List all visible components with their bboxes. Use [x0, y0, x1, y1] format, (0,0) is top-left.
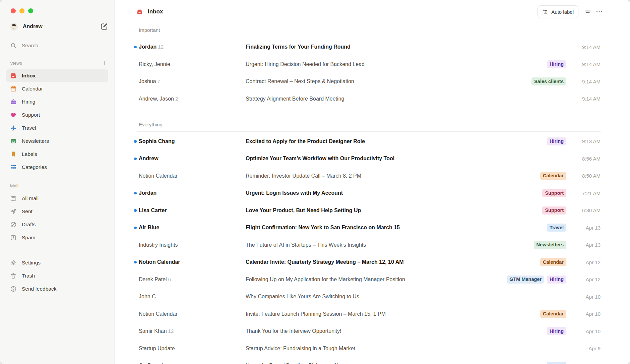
sidebar-item-spam[interactable]: Spam: [6, 231, 108, 244]
search-label: Search: [22, 43, 38, 49]
compose-button[interactable]: [100, 22, 108, 31]
sidebar-item-sent[interactable]: Sent: [6, 205, 108, 218]
email-sender: Andrew, Jason2: [139, 96, 246, 102]
label-badge[interactable]: GTM Manager: [507, 276, 544, 284]
email-row[interactable]: Lisa CarterLove Your Product, But Need H…: [134, 202, 601, 219]
sidebar: Andrew Search Views: [0, 0, 115, 364]
sidebar-item-all-mail[interactable]: All mail: [6, 192, 108, 205]
label-badge[interactable]: Hiring: [547, 327, 566, 335]
sidebar-item-send-feedback[interactable]: Send feedback: [6, 283, 108, 295]
sidebar-item-calendar[interactable]: Calendar: [6, 82, 108, 95]
email-row[interactable]: Derek Patel6Following Up on My Applicati…: [134, 271, 601, 288]
email-row[interactable]: Startup UpdateStartup Advice: Fundraisin…: [134, 340, 601, 357]
label-badge[interactable]: Hiring: [547, 276, 566, 284]
user-name: Andrew: [23, 23, 100, 29]
email-subject: Thank You for the Interview Opportunity!: [246, 328, 542, 334]
section-rows: Jordan12Finalizing Terms for Your Fundin…: [134, 37, 601, 108]
label-badge[interactable]: Sales clients: [531, 77, 566, 85]
email-sender: Notion Calendar: [139, 311, 246, 317]
sidebar-item-newsletters[interactable]: Newsletters: [6, 135, 108, 147]
zoom-button[interactable]: [28, 8, 33, 13]
email-row[interactable]: JordanUrgent: Login Issues with My Accou…: [134, 185, 601, 202]
email-row[interactable]: Ricky, JennieUrgent: Hiring Decision Nee…: [134, 56, 601, 73]
sidebar-item-drafts[interactable]: Drafts: [6, 218, 108, 231]
email-time: 7:21 AM: [572, 190, 601, 196]
unread-dot: [134, 192, 139, 195]
search-button[interactable]: Search: [6, 40, 108, 51]
email-sender: Notion Calendar: [139, 173, 246, 179]
add-view-button[interactable]: [101, 60, 108, 66]
email-time: Apr 12: [572, 277, 601, 282]
email-sender: John C: [139, 294, 246, 300]
sidebar-item-label: Settings: [22, 260, 41, 266]
label-badge[interactable]: Calendar: [540, 172, 566, 180]
label-badge[interactable]: Calendar: [540, 310, 566, 318]
email-row[interactable]: Notion CalendarReminder: Investor Update…: [134, 167, 601, 185]
email-row[interactable]: Jordan12Finalizing Terms for Your Fundin…: [134, 39, 601, 56]
mail-section-label: Mail: [10, 183, 108, 188]
label-badge[interactable]: Support: [542, 189, 566, 197]
close-button[interactable]: [11, 8, 16, 13]
email-row[interactable]: Sophia ChangExcited to Apply for the Pro…: [134, 133, 601, 150]
label-badge[interactable]: Support: [542, 206, 566, 215]
newspaper-icon: [10, 138, 17, 144]
label-badge[interactable]: Travel: [547, 362, 566, 364]
email-subject: Urgent: Hiring Decision Needed for Backe…: [246, 61, 542, 67]
email-subject: Urgent: Login Issues with My Account: [246, 190, 537, 196]
unread-dot: [134, 158, 139, 160]
label-badge[interactable]: Calendar: [540, 258, 566, 266]
email-list: ImportantJordan12Finalizing Terms for Yo…: [115, 27, 630, 364]
sidebar-item-categories[interactable]: Categories: [6, 161, 108, 174]
sidebar-item-hiring[interactable]: Hiring: [6, 96, 108, 108]
badge-group: Hiring: [547, 137, 566, 145]
auto-label-button[interactable]: Auto label: [538, 5, 578, 18]
email-row[interactable]: Joshua7Contract Renewal – Next Steps & N…: [134, 73, 601, 90]
email-row[interactable]: Andrew, Jason2Strategy Alignment Before …: [134, 90, 601, 108]
label-badge[interactable]: Hiring: [547, 137, 566, 145]
badge-group: Sales clients: [531, 77, 566, 85]
sidebar-item-inbox[interactable]: Inbox: [6, 69, 108, 82]
label-badge[interactable]: Hiring: [547, 60, 566, 68]
views-section-header: Views: [6, 60, 108, 66]
email-subject: Love Your Product, But Need Help Setting…: [246, 207, 537, 214]
filter-button[interactable]: [584, 8, 592, 16]
account-switcher[interactable]: Andrew: [6, 21, 108, 32]
sidebar-item-labels[interactable]: Labels: [6, 148, 108, 161]
sidebar-item-label: Categories: [22, 164, 47, 170]
email-row[interactable]: Samir Khan12Thank You for the Interview …: [134, 323, 601, 340]
email-row[interactable]: Notion CalendarInvite: Feature Launch Pl…: [134, 305, 601, 323]
sidebar-item-support[interactable]: Support: [6, 109, 108, 121]
badge-group: GTM ManagerHiring: [507, 276, 566, 284]
email-sender: Sophia Chang: [139, 138, 246, 144]
sidebar-item-settings[interactable]: Settings: [6, 256, 108, 269]
email-time: 6:30 AM: [572, 207, 601, 213]
views-section-label: Views: [10, 61, 101, 66]
email-time: Apr 13: [572, 242, 601, 248]
calendar-icon: [10, 85, 17, 92]
more-options-button[interactable]: [595, 8, 603, 16]
email-time: 9:14 AM: [572, 44, 601, 50]
email-row[interactable]: Notion CalendarCalendar Invite: Quarterl…: [134, 254, 601, 271]
gear-icon: [10, 259, 17, 266]
email-row[interactable]: AndrewOptimize Your Team’s Workflow with…: [134, 150, 601, 168]
label-badge[interactable]: Newsletters: [534, 241, 566, 249]
sidebar-item-trash[interactable]: Trash: [6, 269, 108, 282]
email-row[interactable]: Air BlueFlight Confirmation: New York to…: [134, 219, 601, 237]
sidebar-item-travel[interactable]: Travel: [6, 122, 108, 134]
label-badge[interactable]: Travel: [547, 224, 566, 232]
thread-count: 12: [168, 328, 174, 334]
email-row[interactable]: Industry InsightsThe Future of AI in Sta…: [134, 236, 601, 254]
email-row[interactable]: John CWhy Companies Like Yours Are Switc…: [134, 288, 601, 306]
help-icon: [10, 286, 17, 292]
email-subject: Optimize Your Team’s Workflow with Our P…: [246, 156, 566, 162]
email-row[interactable]: Go RentalsUpgrade: Rental Details – Pick…: [134, 357, 601, 364]
main-pane: Inbox Auto label: [115, 0, 630, 364]
heart-icon: [10, 112, 17, 118]
email-subject: Invite: Feature Launch Planning Session …: [246, 311, 535, 317]
minimize-button[interactable]: [19, 8, 24, 13]
email-subject: Startup Advice: Fundraising in a Tough M…: [246, 346, 566, 352]
inbox-icon: [136, 9, 143, 15]
email-sender: Industry Insights: [139, 242, 246, 248]
search-icon: [10, 42, 17, 49]
unread-dot: [134, 140, 139, 143]
